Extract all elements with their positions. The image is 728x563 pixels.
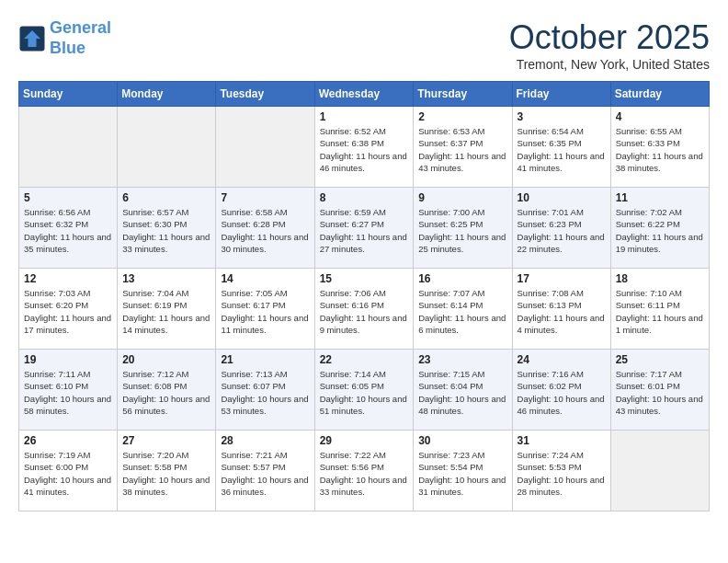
day-info: Sunrise: 7:21 AM Sunset: 5:57 PM Dayligh… bbox=[221, 449, 309, 498]
column-header-saturday: Saturday bbox=[610, 82, 709, 107]
day-info: Sunrise: 6:52 AM Sunset: 6:38 PM Dayligh… bbox=[320, 125, 409, 174]
calendar-day-31: 31Sunrise: 7:24 AM Sunset: 5:53 PM Dayli… bbox=[512, 431, 610, 511]
calendar-day-11: 11Sunrise: 7:02 AM Sunset: 6:22 PM Dayli… bbox=[610, 188, 709, 269]
day-info: Sunrise: 7:08 AM Sunset: 6:13 PM Dayligh… bbox=[518, 287, 606, 336]
day-info: Sunrise: 7:15 AM Sunset: 6:04 PM Dayligh… bbox=[418, 368, 506, 417]
title-block: October 2025 Tremont, New York, United S… bbox=[509, 18, 710, 72]
day-info: Sunrise: 7:07 AM Sunset: 6:14 PM Dayligh… bbox=[418, 287, 506, 336]
page-header: General Blue October 2025 Tremont, New Y… bbox=[18, 18, 710, 72]
day-number: 7 bbox=[221, 191, 309, 204]
day-info: Sunrise: 7:24 AM Sunset: 5:53 PM Dayligh… bbox=[518, 449, 606, 498]
day-info: Sunrise: 7:22 AM Sunset: 5:56 PM Dayligh… bbox=[320, 449, 409, 498]
calendar-day-12: 12Sunrise: 7:03 AM Sunset: 6:20 PM Dayli… bbox=[19, 269, 118, 350]
day-info: Sunrise: 6:59 AM Sunset: 6:27 PM Dayligh… bbox=[320, 206, 409, 255]
day-info: Sunrise: 7:06 AM Sunset: 6:16 PM Dayligh… bbox=[320, 287, 409, 336]
calendar-day-7: 7Sunrise: 6:58 AM Sunset: 6:28 PM Daylig… bbox=[216, 188, 314, 269]
calendar-day-14: 14Sunrise: 7:05 AM Sunset: 6:17 PM Dayli… bbox=[216, 269, 314, 350]
day-info: Sunrise: 6:57 AM Sunset: 6:30 PM Dayligh… bbox=[122, 206, 210, 255]
day-number: 9 bbox=[418, 191, 506, 204]
calendar-day-5: 5Sunrise: 6:56 AM Sunset: 6:32 PM Daylig… bbox=[19, 188, 118, 269]
calendar-day-22: 22Sunrise: 7:14 AM Sunset: 6:05 PM Dayli… bbox=[314, 350, 414, 431]
calendar-day-15: 15Sunrise: 7:06 AM Sunset: 6:16 PM Dayli… bbox=[314, 269, 414, 350]
day-number: 22 bbox=[320, 353, 409, 366]
day-number: 28 bbox=[221, 434, 309, 447]
day-info: Sunrise: 7:20 AM Sunset: 5:58 PM Dayligh… bbox=[122, 449, 210, 498]
calendar-day-8: 8Sunrise: 6:59 AM Sunset: 6:27 PM Daylig… bbox=[314, 188, 414, 269]
logo: General Blue bbox=[18, 18, 111, 58]
calendar-day-16: 16Sunrise: 7:07 AM Sunset: 6:14 PM Dayli… bbox=[414, 269, 512, 350]
calendar-day-20: 20Sunrise: 7:12 AM Sunset: 6:08 PM Dayli… bbox=[118, 350, 216, 431]
calendar-day-2: 2Sunrise: 6:53 AM Sunset: 6:37 PM Daylig… bbox=[414, 107, 512, 188]
calendar-day-empty bbox=[19, 107, 118, 188]
column-header-tuesday: Tuesday bbox=[216, 82, 314, 107]
calendar-day-19: 19Sunrise: 7:11 AM Sunset: 6:10 PM Dayli… bbox=[19, 350, 118, 431]
calendar-day-17: 17Sunrise: 7:08 AM Sunset: 6:13 PM Dayli… bbox=[512, 269, 610, 350]
day-info: Sunrise: 7:10 AM Sunset: 6:11 PM Dayligh… bbox=[616, 287, 704, 336]
day-number: 23 bbox=[418, 353, 506, 366]
calendar-day-29: 29Sunrise: 7:22 AM Sunset: 5:56 PM Dayli… bbox=[314, 431, 414, 511]
calendar-table: SundayMondayTuesdayWednesdayThursdayFrid… bbox=[18, 81, 710, 511]
calendar-day-23: 23Sunrise: 7:15 AM Sunset: 6:04 PM Dayli… bbox=[414, 350, 512, 431]
calendar-day-empty bbox=[118, 107, 216, 188]
day-info: Sunrise: 7:05 AM Sunset: 6:17 PM Dayligh… bbox=[221, 287, 309, 336]
day-number: 31 bbox=[518, 434, 606, 447]
calendar-day-21: 21Sunrise: 7:13 AM Sunset: 6:07 PM Dayli… bbox=[216, 350, 314, 431]
day-info: Sunrise: 7:01 AM Sunset: 6:23 PM Dayligh… bbox=[518, 206, 606, 255]
day-number: 6 bbox=[122, 191, 210, 204]
column-header-sunday: Sunday bbox=[19, 82, 118, 107]
calendar-day-9: 9Sunrise: 7:00 AM Sunset: 6:25 PM Daylig… bbox=[414, 188, 512, 269]
day-number: 1 bbox=[320, 110, 409, 123]
day-number: 4 bbox=[616, 110, 704, 123]
day-number: 18 bbox=[616, 272, 704, 285]
calendar-day-3: 3Sunrise: 6:54 AM Sunset: 6:35 PM Daylig… bbox=[512, 107, 610, 188]
day-number: 13 bbox=[122, 272, 210, 285]
column-header-monday: Monday bbox=[118, 82, 216, 107]
day-info: Sunrise: 7:19 AM Sunset: 6:00 PM Dayligh… bbox=[24, 449, 112, 498]
day-number: 25 bbox=[616, 353, 704, 366]
calendar-week-5: 26Sunrise: 7:19 AM Sunset: 6:00 PM Dayli… bbox=[19, 431, 710, 511]
day-number: 5 bbox=[24, 191, 112, 204]
calendar-week-4: 19Sunrise: 7:11 AM Sunset: 6:10 PM Dayli… bbox=[19, 350, 710, 431]
calendar-day-24: 24Sunrise: 7:16 AM Sunset: 6:02 PM Dayli… bbox=[512, 350, 610, 431]
day-number: 15 bbox=[320, 272, 409, 285]
day-number: 8 bbox=[320, 191, 409, 204]
day-info: Sunrise: 7:04 AM Sunset: 6:19 PM Dayligh… bbox=[122, 287, 210, 336]
calendar-header-row: SundayMondayTuesdayWednesdayThursdayFrid… bbox=[19, 82, 710, 107]
calendar-day-26: 26Sunrise: 7:19 AM Sunset: 6:00 PM Dayli… bbox=[19, 431, 118, 511]
day-number: 30 bbox=[418, 434, 506, 447]
day-info: Sunrise: 6:56 AM Sunset: 6:32 PM Dayligh… bbox=[24, 206, 112, 255]
day-info: Sunrise: 6:53 AM Sunset: 6:37 PM Dayligh… bbox=[418, 125, 506, 174]
day-number: 24 bbox=[518, 353, 606, 366]
calendar-day-18: 18Sunrise: 7:10 AM Sunset: 6:11 PM Dayli… bbox=[610, 269, 709, 350]
day-number: 29 bbox=[320, 434, 409, 447]
calendar-day-4: 4Sunrise: 6:55 AM Sunset: 6:33 PM Daylig… bbox=[610, 107, 709, 188]
calendar-day-6: 6Sunrise: 6:57 AM Sunset: 6:30 PM Daylig… bbox=[118, 188, 216, 269]
column-header-friday: Friday bbox=[512, 82, 610, 107]
calendar-day-13: 13Sunrise: 7:04 AM Sunset: 6:19 PM Dayli… bbox=[118, 269, 216, 350]
day-info: Sunrise: 7:16 AM Sunset: 6:02 PM Dayligh… bbox=[518, 368, 606, 417]
calendar-week-3: 12Sunrise: 7:03 AM Sunset: 6:20 PM Dayli… bbox=[19, 269, 710, 350]
column-header-thursday: Thursday bbox=[414, 82, 512, 107]
day-info: Sunrise: 6:54 AM Sunset: 6:35 PM Dayligh… bbox=[518, 125, 606, 174]
day-info: Sunrise: 7:03 AM Sunset: 6:20 PM Dayligh… bbox=[24, 287, 112, 336]
calendar-day-empty bbox=[610, 431, 709, 511]
day-number: 17 bbox=[518, 272, 606, 285]
day-info: Sunrise: 7:13 AM Sunset: 6:07 PM Dayligh… bbox=[221, 368, 309, 417]
day-info: Sunrise: 7:14 AM Sunset: 6:05 PM Dayligh… bbox=[320, 368, 409, 417]
location: Tremont, New York, United States bbox=[509, 57, 710, 72]
day-info: Sunrise: 7:02 AM Sunset: 6:22 PM Dayligh… bbox=[616, 206, 704, 255]
day-number: 19 bbox=[24, 353, 112, 366]
day-number: 21 bbox=[221, 353, 309, 366]
day-number: 10 bbox=[518, 191, 606, 204]
day-number: 27 bbox=[122, 434, 210, 447]
calendar-day-28: 28Sunrise: 7:21 AM Sunset: 5:57 PM Dayli… bbox=[216, 431, 314, 511]
day-number: 16 bbox=[418, 272, 506, 285]
logo-icon bbox=[18, 25, 46, 52]
day-info: Sunrise: 7:00 AM Sunset: 6:25 PM Dayligh… bbox=[418, 206, 506, 255]
day-info: Sunrise: 6:58 AM Sunset: 6:28 PM Dayligh… bbox=[221, 206, 309, 255]
day-info: Sunrise: 7:17 AM Sunset: 6:01 PM Dayligh… bbox=[616, 368, 704, 417]
day-info: Sunrise: 7:11 AM Sunset: 6:10 PM Dayligh… bbox=[24, 368, 112, 417]
day-info: Sunrise: 6:55 AM Sunset: 6:33 PM Dayligh… bbox=[616, 125, 704, 174]
calendar-day-10: 10Sunrise: 7:01 AM Sunset: 6:23 PM Dayli… bbox=[512, 188, 610, 269]
calendar-day-1: 1Sunrise: 6:52 AM Sunset: 6:38 PM Daylig… bbox=[314, 107, 414, 188]
